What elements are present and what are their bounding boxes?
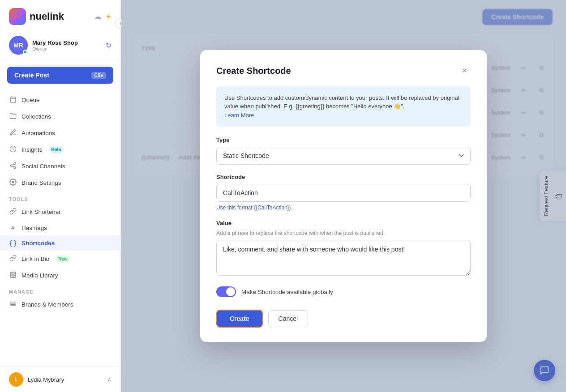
sidebar-footer[interactable]: L Lydia Mybrary ∧ — [0, 366, 120, 392]
social-channels-icon — [9, 162, 17, 170]
sidebar-item-insights[interactable]: Insights Beta — [0, 141, 120, 158]
sidebar-item-media-library[interactable]: Media Library — [0, 267, 120, 284]
value-label: Value — [216, 220, 471, 226]
sidebar-item-queue[interactable]: Queue — [0, 92, 120, 108]
link-in-bio-icon — [9, 255, 17, 263]
media-library-icon — [9, 271, 17, 280]
svg-line-9 — [12, 164, 14, 165]
svg-rect-0 — [10, 97, 16, 102]
create-post-label: Create Post — [14, 72, 49, 79]
svg-point-10 — [12, 181, 14, 183]
tools-section-label: TOOLS — [0, 191, 120, 204]
insights-beta-badge: Beta — [49, 146, 64, 153]
hashtags-icon: # — [9, 224, 17, 231]
type-label: Type — [216, 136, 471, 143]
svg-point-5 — [14, 162, 16, 164]
svg-rect-11 — [10, 272, 16, 277]
sidebar-header: nuelink ☁ ☀ — [0, 0, 120, 30]
global-toggle[interactable] — [216, 286, 236, 297]
collections-icon — [9, 112, 17, 121]
logo-icon — [9, 8, 26, 25]
sidebar-item-brand-settings-label: Brand Settings — [21, 179, 61, 186]
shortcode-label: Shortcode — [216, 174, 471, 180]
avatar: MR — [9, 36, 28, 55]
sidebar-item-queue-label: Queue — [21, 97, 40, 103]
shortcodes-icon: { } — [9, 239, 17, 247]
cancel-button[interactable]: Cancel — [268, 310, 309, 327]
logo-brand: nuelink — [30, 11, 64, 22]
sidebar-item-social-channels-label: Social Channels — [21, 163, 65, 170]
manage-section-label: MANAGE — [0, 284, 120, 296]
sidebar-item-hashtags[interactable]: # Hashtags — [0, 220, 120, 235]
toggle-knob — [226, 287, 235, 296]
shortcode-form-group: Shortcode Use this format {{CallToAction… — [216, 174, 471, 211]
csv-badge: CSV — [91, 72, 106, 79]
queue-icon — [9, 96, 17, 104]
user-profile: MR Mary Rose Shop Owner ↻ — [0, 30, 120, 60]
insights-icon — [9, 145, 17, 154]
cloud-icon: ☁ — [94, 12, 102, 21]
brand-settings-icon — [9, 179, 17, 187]
main-content: Create Shortcode TYPE System ✏ ⧉ System … — [121, 0, 566, 392]
create-post-button[interactable]: Create Post CSV — [7, 67, 113, 84]
modal-title: Create Shortcode — [216, 66, 291, 76]
sidebar-item-social-channels[interactable]: Social Channels — [0, 158, 120, 175]
header-icons: ☁ ☀ — [94, 12, 111, 21]
link-shortener-icon — [9, 208, 17, 216]
sidebar-item-collections-label: Collections — [21, 113, 51, 120]
value-textarea[interactable] — [216, 240, 471, 276]
modal-overlay: Create Shortcode × Use Shortcodes to add… — [121, 0, 566, 392]
brands-members-icon — [9, 300, 17, 309]
svg-point-7 — [14, 167, 16, 169]
user-name: Mary Rose Shop — [32, 39, 101, 46]
shortcode-hint: Use this format {{CallToAction}}. — [216, 205, 471, 211]
automations-icon — [9, 129, 17, 137]
modal-header: Create Shortcode × — [216, 64, 471, 77]
modal-close-button[interactable]: × — [459, 64, 471, 77]
link-in-bio-new-badge: New — [56, 256, 70, 262]
user-role: Owner — [32, 46, 101, 51]
toggle-label: Make Shortcode available globally — [241, 289, 333, 295]
sidebar: nuelink ☁ ☀ ‹ MR Mary Rose Shop Owner ↻ … — [0, 0, 121, 392]
sidebar-item-link-in-bio-label: Link in Bio — [21, 256, 49, 262]
online-indicator — [23, 50, 27, 54]
footer-user-name: Lydia Mybrary — [28, 376, 103, 383]
value-hint: Add a phrase to replace the shortcode wi… — [216, 230, 471, 236]
value-form-group: Value Add a phrase to replace the shortc… — [216, 220, 471, 277]
refresh-icon[interactable]: ↻ — [106, 41, 111, 50]
sidebar-item-brands-members-label: Brands & Members — [21, 301, 73, 308]
sidebar-item-automations[interactable]: Automations — [0, 125, 120, 141]
modal-info-box: Use Shortcodes to add custom/dynamic con… — [216, 86, 471, 127]
create-shortcode-modal: Create Shortcode × Use Shortcodes to add… — [200, 50, 487, 342]
footer-chevron-icon: ∧ — [107, 376, 111, 383]
create-button[interactable]: Create — [216, 310, 263, 328]
info-text: Use Shortcodes to add custom/dynamic con… — [224, 94, 459, 110]
type-form-group: Type Static ShortcodeDynamic Shortcode — [216, 136, 471, 165]
sidebar-item-automations-label: Automations — [21, 130, 55, 136]
logo-area: nuelink — [9, 8, 64, 25]
sidebar-item-brands-members[interactable]: Brands & Members — [0, 296, 120, 313]
sidebar-item-shortcodes-label: Shortcodes — [21, 240, 55, 247]
shortcode-input[interactable] — [216, 184, 471, 202]
sidebar-item-collections[interactable]: Collections — [0, 108, 120, 125]
sidebar-item-shortcodes[interactable]: { } Shortcodes — [0, 235, 120, 251]
sidebar-item-link-in-bio[interactable]: Link in Bio New — [0, 251, 120, 267]
sidebar-item-media-library-label: Media Library — [21, 272, 58, 279]
type-select[interactable]: Static ShortcodeDynamic Shortcode — [216, 147, 471, 165]
nav-section: Queue Collections Automations Insights B… — [0, 90, 120, 366]
sidebar-item-hashtags-label: Hashtags — [21, 225, 47, 231]
svg-point-6 — [10, 165, 12, 166]
svg-line-8 — [12, 166, 14, 167]
user-info: Mary Rose Shop Owner — [32, 39, 101, 51]
sun-icon: ☀ — [105, 13, 111, 21]
modal-footer: Create Cancel — [216, 310, 471, 328]
sidebar-item-link-shortener-label: Link Shortener — [21, 209, 61, 215]
footer-avatar: L — [9, 372, 23, 387]
sidebar-item-insights-label: Insights — [21, 146, 43, 153]
sidebar-item-link-shortener[interactable]: Link Shortener — [0, 204, 120, 220]
learn-more-link[interactable]: Learn More — [224, 112, 254, 119]
sidebar-item-brand-settings[interactable]: Brand Settings — [0, 175, 120, 191]
toggle-row: Make Shortcode available globally — [216, 286, 471, 297]
